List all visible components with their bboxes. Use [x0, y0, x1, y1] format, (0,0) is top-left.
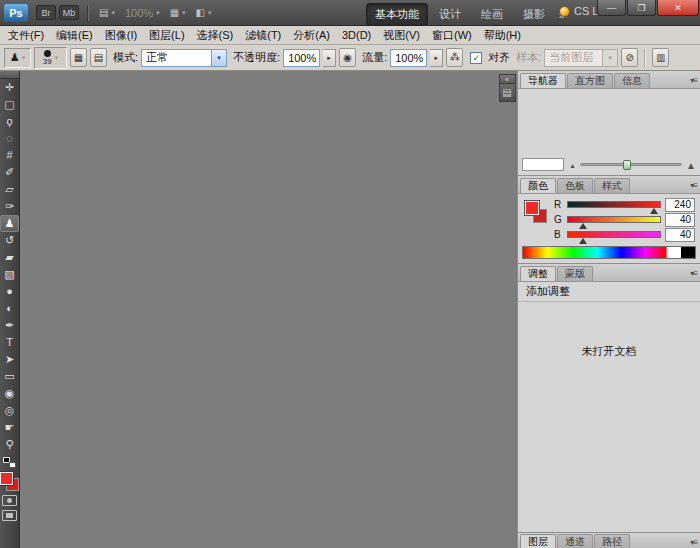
- panel-menu-icon[interactable]: ▾≡: [690, 269, 697, 278]
- restore-button[interactable]: ❐: [627, 0, 656, 16]
- minimize-button[interactable]: —: [597, 0, 626, 16]
- aligned-checkbox[interactable]: ✓: [470, 52, 482, 64]
- tab-paths[interactable]: 路径: [594, 534, 630, 548]
- default-colors-icon[interactable]: [3, 457, 16, 468]
- menu-edit[interactable]: 编辑(E): [50, 26, 99, 45]
- dodge-tool[interactable]: ◐: [0, 300, 19, 317]
- brush-tool[interactable]: ✑: [0, 198, 19, 215]
- blend-mode-select[interactable]: 正常 ▾: [141, 49, 227, 67]
- hand-tool[interactable]: ☛: [0, 419, 19, 436]
- launch-mini-bridge-button[interactable]: Mb: [59, 5, 79, 20]
- panel-menu-icon[interactable]: ▾≡: [690, 538, 697, 547]
- view-extras-button[interactable]: ▤ ▾: [94, 5, 120, 20]
- tab-masks[interactable]: 蒙版: [557, 266, 593, 281]
- shape-tool[interactable]: ▭: [0, 368, 19, 385]
- quick-mask-button[interactable]: [2, 495, 17, 506]
- lasso-tool[interactable]: ϙ: [0, 113, 19, 130]
- zoom-out-icon[interactable]: ▲: [569, 162, 576, 169]
- quick-selection-tool[interactable]: ◌: [0, 130, 19, 147]
- rectangular-marquee-tool[interactable]: ▢: [0, 96, 19, 113]
- launch-bridge-button[interactable]: Br: [36, 5, 56, 20]
- toggle-brush-panel-icon[interactable]: ▥: [652, 48, 669, 67]
- foreground-color-swatch[interactable]: [0, 472, 13, 485]
- pen-tool[interactable]: ✒: [0, 317, 19, 334]
- panel-menu-icon[interactable]: ▾≡: [690, 181, 697, 190]
- 3d-orbit-tool[interactable]: ◎: [0, 402, 19, 419]
- panel-menu-icon[interactable]: ▾≡: [690, 76, 697, 85]
- green-value-field[interactable]: 40: [665, 213, 695, 227]
- tools-panel-grip[interactable]: ∙∙: [0, 71, 19, 79]
- move-tool[interactable]: ✛: [0, 79, 19, 96]
- menu-file[interactable]: 文件(F): [2, 26, 50, 45]
- navigator-zoom-slider[interactable]: [580, 163, 682, 166]
- navigator-zoom-slider-thumb[interactable]: [623, 160, 631, 170]
- clone-stamp-tool[interactable]: ♟: [0, 215, 19, 232]
- menu-help[interactable]: 帮助(H): [478, 26, 527, 45]
- toggle-clone-source-panel-button[interactable]: ▤: [90, 48, 107, 67]
- workspace-photography-button[interactable]: 摄影: [514, 3, 554, 26]
- expand-panels-button[interactable]: «: [499, 74, 516, 83]
- flow-slider-button[interactable]: ▸: [430, 49, 443, 67]
- workspace-painting-button[interactable]: 绘画: [472, 3, 512, 26]
- blue-value-field[interactable]: 40: [665, 228, 695, 242]
- blue-slider-thumb[interactable]: [579, 238, 587, 244]
- tab-channels[interactable]: 通道: [557, 534, 593, 548]
- navigator-zoom-field[interactable]: [522, 158, 564, 171]
- tab-adjustments[interactable]: 调整: [520, 266, 556, 281]
- zoom-level-button[interactable]: 100% ▾: [120, 5, 165, 21]
- tab-layers[interactable]: 图层: [520, 534, 556, 548]
- blue-slider[interactable]: [567, 231, 661, 238]
- red-slider[interactable]: [567, 201, 661, 208]
- sample-select[interactable]: 当前图层 ▾: [544, 49, 618, 67]
- brush-preset-picker[interactable]: 39 ▾: [34, 47, 67, 69]
- tab-color[interactable]: 颜色: [520, 178, 556, 193]
- tab-navigator[interactable]: 导航器: [520, 73, 566, 88]
- workspace-design-button[interactable]: 设计: [430, 3, 470, 26]
- gradient-tool[interactable]: ▧: [0, 266, 19, 283]
- menu-window[interactable]: 窗口(W): [426, 26, 478, 45]
- tab-info[interactable]: 信息: [614, 73, 650, 88]
- color-spectrum-ramp[interactable]: [522, 246, 696, 259]
- airbrush-toggle-icon[interactable]: ⁂: [446, 48, 463, 67]
- red-slider-thumb[interactable]: [650, 208, 658, 214]
- workspace-essentials-button[interactable]: 基本功能: [366, 3, 428, 26]
- zoom-in-icon[interactable]: ▲: [686, 161, 696, 171]
- menu-analysis[interactable]: 分析(A): [287, 26, 336, 45]
- panel-foreground-swatch[interactable]: [525, 201, 539, 215]
- menu-view[interactable]: 视图(V): [377, 26, 426, 45]
- path-selection-tool[interactable]: ➤: [0, 351, 19, 368]
- type-tool[interactable]: T: [0, 334, 19, 351]
- menu-filter[interactable]: 滤镜(T): [239, 26, 287, 45]
- red-value-field[interactable]: 240: [665, 198, 695, 212]
- tab-histogram[interactable]: 直方图: [567, 73, 613, 88]
- canvas-area[interactable]: [20, 71, 497, 548]
- screen-mode-toggle-button[interactable]: [2, 510, 17, 521]
- close-button[interactable]: ✕: [657, 0, 699, 16]
- flow-field[interactable]: 100%: [390, 49, 427, 67]
- opacity-slider-button[interactable]: ▸: [323, 49, 336, 67]
- menu-select[interactable]: 选择(S): [191, 26, 240, 45]
- collapsed-panel-button[interactable]: ▤: [499, 83, 516, 102]
- green-slider[interactable]: [567, 216, 661, 223]
- menu-layer[interactable]: 图层(L): [143, 26, 190, 45]
- ignore-adjustment-layers-button[interactable]: ⊘: [621, 48, 638, 67]
- toggle-brush-panel-button[interactable]: ▦: [70, 48, 87, 67]
- tool-preset-picker[interactable]: ♟ ▾: [4, 48, 31, 68]
- eyedropper-tool[interactable]: ✐: [0, 164, 19, 181]
- 3d-rotate-tool[interactable]: ◉: [0, 385, 19, 402]
- blur-tool[interactable]: ●: [0, 283, 19, 300]
- crop-tool[interactable]: #: [0, 147, 19, 164]
- menu-3d[interactable]: 3D(D): [336, 27, 377, 43]
- screen-mode-button[interactable]: ◧ ▾: [191, 5, 217, 20]
- history-brush-tool[interactable]: ↺: [0, 232, 19, 249]
- pressure-opacity-icon[interactable]: ◉: [339, 48, 356, 67]
- eraser-tool[interactable]: ▰: [0, 249, 19, 266]
- menu-image[interactable]: 图像(I): [99, 26, 143, 45]
- zoom-tool[interactable]: ⚲: [0, 436, 19, 453]
- arrange-documents-button[interactable]: ▦ ▾: [165, 5, 191, 20]
- opacity-field[interactable]: 100%: [283, 49, 320, 67]
- tab-swatches[interactable]: 色板: [557, 178, 593, 193]
- tab-styles[interactable]: 样式: [594, 178, 630, 193]
- green-slider-thumb[interactable]: [579, 223, 587, 229]
- healing-brush-tool[interactable]: ▱: [0, 181, 19, 198]
